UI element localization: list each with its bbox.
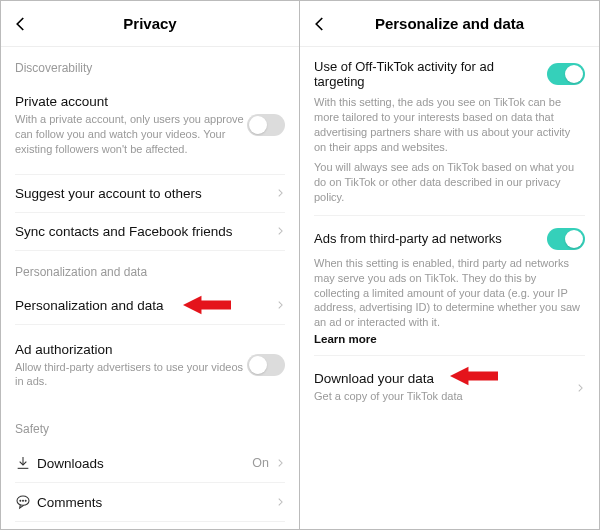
page-title: Personalize and data xyxy=(300,15,599,32)
svg-point-6 xyxy=(25,500,26,501)
section-safety: Safety xyxy=(15,408,285,444)
learn-more-link[interactable]: Learn more xyxy=(314,333,585,345)
header: Personalize and data xyxy=(300,1,599,47)
chevron-left-icon xyxy=(12,15,30,33)
chevron-right-icon xyxy=(275,495,285,509)
back-button[interactable] xyxy=(1,1,41,47)
private-account-toggle[interactable] xyxy=(247,114,285,136)
sync-label: Sync contacts and Facebook friends xyxy=(15,224,275,239)
off-tiktok-toggle[interactable] xyxy=(547,63,585,85)
third-party-toggle[interactable] xyxy=(547,228,585,250)
off-tiktok-desc2: You will always see ads on TikTok based … xyxy=(314,160,585,205)
suggest-account-row[interactable]: Suggest your account to others xyxy=(15,174,285,213)
content: Discoverability Private account With a p… xyxy=(1,47,299,529)
comments-row[interactable]: Comments xyxy=(15,483,285,522)
downloads-label: Downloads xyxy=(37,456,252,471)
personalize-pane: Personalize and data Use of Off-TikTok a… xyxy=(300,0,600,530)
following-list-row[interactable]: Following list Everyone xyxy=(15,522,285,529)
personalization-label: Personalization and data xyxy=(15,298,275,313)
suggest-label: Suggest your account to others xyxy=(15,186,275,201)
third-party-label: Ads from third-party ad networks xyxy=(314,231,547,246)
section-personalization: Personalization and data xyxy=(15,251,285,287)
chevron-right-icon xyxy=(275,186,285,200)
ad-authorization-row: Ad authorization Allow third-party adver… xyxy=(15,331,285,401)
off-tiktok-label: Use of Off-TikTok activity for ad target… xyxy=(314,59,547,89)
back-button[interactable] xyxy=(300,1,340,47)
ad-auth-toggle[interactable] xyxy=(247,354,285,376)
ad-auth-desc: Allow third-party advertisers to use you… xyxy=(15,360,247,390)
private-account-row: Private account With a private account, … xyxy=(15,83,285,168)
download-data-label: Download your data xyxy=(314,371,575,386)
downloads-row[interactable]: Downloads On xyxy=(15,444,285,483)
private-account-label: Private account xyxy=(15,94,247,109)
svg-point-5 xyxy=(23,500,24,501)
download-data-row[interactable]: Download your data Get a copy of your Ti… xyxy=(314,360,585,415)
download-data-desc: Get a copy of your TikTok data xyxy=(314,389,575,404)
off-tiktok-desc1: With this setting, the ads you see on Ti… xyxy=(314,95,585,154)
third-party-block: Ads from third-party ad networks When th… xyxy=(314,216,585,356)
sync-contacts-row[interactable]: Sync contacts and Facebook friends xyxy=(15,213,285,251)
chevron-right-icon xyxy=(275,224,285,238)
chevron-right-icon xyxy=(275,456,285,470)
page-title: Privacy xyxy=(1,15,299,32)
third-party-desc: When this setting is enabled, third part… xyxy=(314,256,585,330)
header: Privacy xyxy=(1,1,299,47)
comment-icon xyxy=(15,494,37,510)
off-tiktok-block: Use of Off-TikTok activity for ad target… xyxy=(314,47,585,216)
ad-auth-label: Ad authorization xyxy=(15,342,247,357)
personalization-data-row[interactable]: Personalization and data xyxy=(15,287,285,325)
chevron-left-icon xyxy=(311,15,329,33)
content: Use of Off-TikTok activity for ad target… xyxy=(300,47,599,529)
privacy-pane: Privacy Discoverability Private account … xyxy=(0,0,300,530)
section-discoverability: Discoverability xyxy=(15,47,285,83)
downloads-value: On xyxy=(252,456,269,470)
comments-label: Comments xyxy=(37,495,275,510)
download-icon xyxy=(15,455,37,471)
chevron-right-icon xyxy=(275,298,285,312)
svg-point-4 xyxy=(20,500,21,501)
chevron-right-icon xyxy=(575,381,585,395)
private-account-desc: With a private account, only users you a… xyxy=(15,112,247,157)
